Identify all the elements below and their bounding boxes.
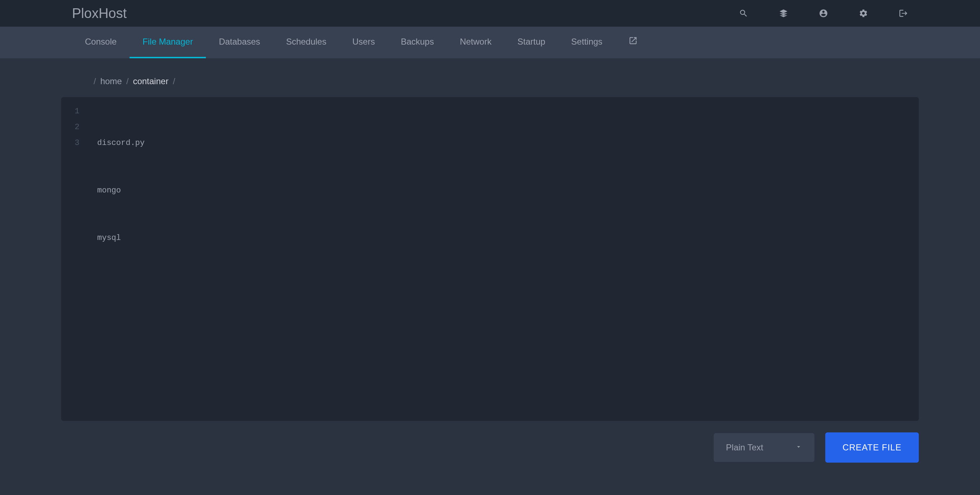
cog-icon[interactable] (859, 9, 868, 18)
create-file-button[interactable]: CREATE FILE (825, 432, 919, 463)
line-number: 3 (61, 135, 93, 151)
chevron-down-icon (795, 443, 802, 452)
syntax-select[interactable]: Plain Text (714, 433, 815, 462)
code-line: mysql (97, 230, 919, 246)
nav-tabs: Console File Manager Databases Schedules… (0, 27, 980, 58)
breadcrumb-sep: / (94, 76, 96, 86)
external-link-icon (628, 36, 638, 48)
user-icon[interactable] (819, 9, 828, 18)
line-number: 2 (61, 119, 93, 135)
header: PloxHost (0, 0, 980, 27)
tab-file-manager[interactable]: File Manager (130, 27, 206, 58)
header-icons (739, 9, 908, 18)
breadcrumb-sep: / (173, 76, 175, 86)
tab-users[interactable]: Users (339, 27, 388, 58)
code-line: mongo (97, 183, 919, 198)
tab-network[interactable]: Network (447, 27, 504, 58)
tab-startup[interactable]: Startup (504, 27, 558, 58)
brand-title[interactable]: PloxHost (72, 6, 127, 21)
tab-console[interactable]: Console (72, 27, 130, 58)
content: / home / container / 1 2 3 discord.py mo… (0, 58, 980, 481)
syntax-selected-label: Plain Text (726, 443, 763, 452)
search-icon[interactable] (739, 9, 748, 18)
breadcrumb: / home / container / (61, 76, 919, 86)
tab-schedules[interactable]: Schedules (273, 27, 339, 58)
tab-databases[interactable]: Databases (206, 27, 273, 58)
code-line: discord.py (97, 135, 919, 151)
tab-settings[interactable]: Settings (558, 27, 616, 58)
editor-footer: Plain Text CREATE FILE (61, 432, 919, 463)
editor-gutter: 1 2 3 (61, 104, 93, 414)
logout-icon[interactable] (899, 9, 908, 18)
code-editor[interactable]: 1 2 3 discord.py mongo mysql (61, 97, 919, 421)
line-number: 1 (61, 104, 93, 119)
layers-icon[interactable] (779, 9, 788, 18)
tab-backups[interactable]: Backups (388, 27, 447, 58)
breadcrumb-sep: / (126, 76, 129, 86)
breadcrumb-container[interactable]: container (133, 76, 169, 86)
tab-external-link[interactable] (616, 27, 651, 58)
breadcrumb-home[interactable]: home (100, 76, 122, 86)
editor-code[interactable]: discord.py mongo mysql (93, 104, 919, 414)
